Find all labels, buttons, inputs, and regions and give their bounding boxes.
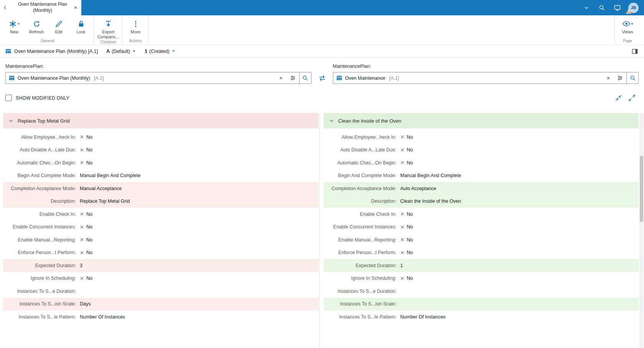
export-comparison-button[interactable]: Export Comparis... [96,16,121,39]
lock-icon [77,20,85,28]
panel-right-header[interactable]: Clean the Inside of the Oven [324,113,639,128]
scrollbar-thumb[interactable] [640,156,643,222]
show-modified-label: SHOW MODIFIED ONLY [16,95,69,101]
field-row: Completion Acceptance Mode:Auto Acceptan… [324,182,639,195]
field-value: ✕No [400,224,413,230]
field-value-text: 1 [400,263,403,268]
field-row: Enable Check In:✕No [324,208,639,221]
field-value: Days [80,301,91,307]
left-plan-combobox[interactable]: Oven Maintenance Plan (Monthly) [A.1] ✕ [5,72,311,84]
chevron-down-icon [584,5,589,10]
field-value-text: No [407,135,413,140]
more-button[interactable]: More [124,16,147,34]
group-label-actions: Actions [124,38,147,44]
field-value-text: No [86,212,92,217]
panel-toggle-button[interactable] [632,48,638,54]
field-row: Enable Manual...Reporting:✕No [324,233,639,246]
new-button[interactable]: ▾ New [3,16,25,34]
field-label: Begin And Complete Mode: [324,173,400,178]
field-row: Instances To S...ion Scale:Days [3,298,318,311]
panel-right-rows: Allow Employee...heck In:✕NoAuto Disable… [324,131,639,323]
filter-options-icon[interactable] [614,72,626,84]
field-value-text: Clean the Inside of the Oven [400,199,461,204]
field-value: Replace Top Metal Grid [80,199,130,204]
search-icon [598,4,605,11]
field-value-text: No [86,135,92,140]
show-modified-checkbox[interactable] [5,95,12,101]
collapse-all-button[interactable] [615,94,622,102]
field-label: Instances To S...ion Scale: [3,301,80,307]
no-x-icon: ✕ [400,250,405,256]
field-value: ✕No [80,160,92,166]
field-row: Completion Acceptance Mode:Manual Accept… [3,182,318,195]
field-value: Auto Acceptance [400,186,436,191]
field-label: Expected Duration: [3,263,80,268]
avatar[interactable]: JB [628,3,639,13]
field-value-text: No [86,250,92,255]
field-value-text: Manual Acceptance [80,186,122,191]
field-label: Allow Employee...heck In: [3,135,80,140]
field-value: ✕No [80,276,92,281]
field-row: Ignore In Scheduling:✕No [324,272,639,285]
state-dropdown[interactable]: 1 (Created) [145,49,176,54]
field-value: Number Of Instances [80,314,125,320]
no-x-icon: ✕ [80,160,84,166]
field-value: ✕No [80,237,92,243]
revision-dropdown[interactable]: A (Default) [106,49,136,54]
field-row: Automatic Chec...On Begin:✕No [3,156,318,169]
search-icon[interactable] [626,72,638,84]
field-label: Enable Manual...Reporting: [3,237,80,243]
right-plan-combobox[interactable]: Oven Maintenance [A.1] ✕ [333,72,639,84]
devices-button[interactable] [611,0,624,15]
field-row: Enforce Person...t Perform:✕No [3,246,318,259]
field-row: Instances To S...e Duration: [324,285,639,298]
caret-down-icon: ▾ [18,22,20,26]
views-button[interactable]: ▾ Views [616,16,639,34]
chevron-down-icon [171,49,176,53]
right-plan-value: Oven Maintenance [345,76,385,81]
swap-sides-button[interactable] [318,72,326,84]
field-value: ✕No [400,147,413,153]
field-value-text: No [86,160,92,166]
field-value-text: 3 [80,263,82,268]
no-x-icon: ✕ [400,134,405,140]
clear-icon[interactable]: ✕ [603,72,614,84]
field-value: 1 [400,263,403,268]
field-row: Enable Check In:✕No [3,208,318,221]
field-value: ✕No [400,134,413,140]
field-label: Allow Employee...heck In: [324,135,400,140]
panel-left-header[interactable]: Replace Top Metal Grid [3,113,318,128]
no-x-icon: ✕ [80,147,84,153]
filter-options-icon[interactable] [287,72,299,84]
expand-all-button[interactable] [628,94,636,102]
topbar-overflow-button[interactable] [580,0,593,15]
field-row: Expected Duration:3 [3,259,318,272]
export-download-icon [104,20,112,28]
field-row: Description:Clean the Inside of the Oven [324,195,639,208]
field-label: Instances To S...ion Scale: [324,301,400,307]
ribbon-group-compare: Export Comparis... Compare [94,15,122,44]
field-value-text: No [407,250,413,255]
monitor-icon [614,4,621,11]
tab-close-icon[interactable]: ✕ [72,4,79,11]
search-icon[interactable] [299,72,311,84]
back-button[interactable] [0,0,11,15]
ribbon-group-actions: More Actions [122,15,148,44]
left-selector-label: MaintenancePlan: [5,64,311,69]
vertical-scrollbar[interactable] [639,113,644,348]
panel-left: Replace Top Metal Grid Allow Employee...… [0,113,318,348]
field-value-text: Number Of Instances [400,314,446,320]
field-row: Ignore In Scheduling:✕No [3,272,318,285]
field-row: Enable Concurrent Instances:✕No [324,221,639,234]
panel-layout-icon [632,48,638,54]
field-label: Completion Acceptance Mode: [324,186,400,191]
lock-button[interactable]: Lock [70,16,92,34]
global-search-button[interactable] [595,0,608,15]
clear-icon[interactable]: ✕ [275,72,286,84]
page-title: Oven Maintenance Plan (Monthly) [A.1] [14,49,98,54]
right-plan-ref: [A.1] [389,76,399,81]
refresh-button[interactable]: Refresh [25,16,48,34]
edit-button[interactable]: Edit [48,16,70,34]
compare-selectors: MaintenancePlan: Oven Maintenance Plan (… [0,58,644,84]
tab-oven-maintenance-plan[interactable]: Oven Maintenance Plan (Monthly) ✕ [11,0,81,15]
